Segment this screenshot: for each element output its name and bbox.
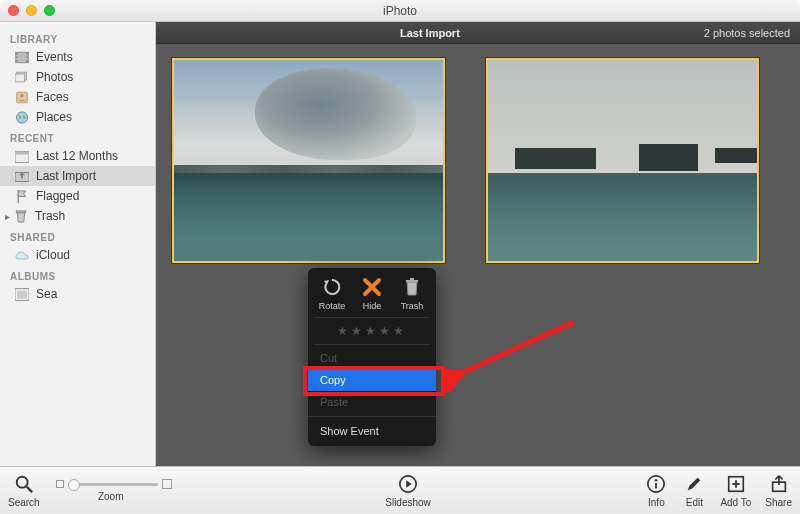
sidebar-section-recent: RECENT bbox=[0, 127, 155, 146]
toolbar-label: Zoom bbox=[98, 491, 124, 502]
add-to-button[interactable]: Add To bbox=[720, 473, 751, 508]
sidebar-item-album-sea[interactable]: Sea bbox=[0, 284, 155, 304]
sidebar-item-last-import[interactable]: Last Import bbox=[0, 166, 155, 186]
photo-thumbnail[interactable] bbox=[172, 58, 445, 263]
toolbar-label: Share bbox=[765, 497, 792, 508]
info-icon bbox=[644, 473, 668, 495]
sidebar-item-label: Faces bbox=[36, 90, 69, 104]
plus-square-icon bbox=[724, 473, 748, 495]
zoom-slider-knob[interactable] bbox=[68, 479, 80, 491]
svg-point-11 bbox=[16, 111, 27, 122]
sidebar-item-label: Sea bbox=[36, 287, 57, 301]
context-menu-paste[interactable]: Paste bbox=[308, 391, 436, 413]
svg-rect-19 bbox=[406, 280, 418, 282]
album-icon bbox=[14, 288, 30, 301]
info-button[interactable]: Info bbox=[644, 473, 668, 508]
rating-stars[interactable]: ★★★★★ bbox=[314, 317, 430, 345]
minimize-window-button[interactable] bbox=[26, 5, 37, 16]
sidebar-item-trash[interactable]: ▸ Trash bbox=[0, 206, 155, 226]
svg-rect-3 bbox=[16, 60, 18, 62]
disclosure-icon[interactable]: ▸ bbox=[5, 211, 10, 222]
context-rotate-button[interactable]: Rotate bbox=[314, 276, 350, 311]
svg-rect-6 bbox=[26, 60, 28, 62]
svg-rect-4 bbox=[26, 53, 28, 55]
context-trash-button[interactable]: Trash bbox=[394, 276, 430, 311]
titlebar: iPhoto bbox=[0, 0, 800, 22]
annotation-arrow bbox=[444, 312, 594, 392]
menu-separator bbox=[308, 416, 436, 417]
toolbar-label: Search bbox=[8, 497, 40, 508]
sidebar-item-label: Flagged bbox=[36, 189, 79, 203]
context-menu-show-event[interactable]: Show Event bbox=[308, 420, 436, 442]
sidebar-item-icloud[interactable]: iCloud bbox=[0, 245, 155, 265]
content-title: Last Import bbox=[156, 27, 704, 39]
sidebar-item-places[interactable]: Places bbox=[0, 107, 155, 127]
context-button-label: Trash bbox=[401, 301, 424, 311]
pencil-icon bbox=[682, 473, 706, 495]
stack-icon bbox=[14, 71, 30, 84]
svg-rect-8 bbox=[15, 74, 25, 82]
svg-rect-1 bbox=[16, 53, 18, 55]
sidebar-item-flagged[interactable]: Flagged bbox=[0, 186, 155, 206]
cloud-icon bbox=[14, 249, 30, 262]
sidebar-item-label: Last Import bbox=[36, 169, 96, 183]
context-menu: Rotate Hide Trash ★★★★★ Cut Copy bbox=[308, 268, 436, 446]
fullscreen-window-button[interactable] bbox=[44, 5, 55, 16]
x-icon bbox=[361, 276, 383, 298]
svg-rect-27 bbox=[655, 483, 657, 488]
toolbar-label: Slideshow bbox=[385, 497, 431, 508]
svg-rect-5 bbox=[26, 56, 28, 58]
toolbar-label: Edit bbox=[686, 497, 703, 508]
sidebar-item-photos[interactable]: Photos bbox=[0, 67, 155, 87]
svg-line-23 bbox=[27, 487, 32, 492]
sidebar-item-label: Events bbox=[36, 50, 73, 64]
zoom-control[interactable]: Zoom bbox=[50, 479, 172, 502]
play-icon bbox=[396, 473, 420, 495]
context-menu-cut[interactable]: Cut bbox=[308, 347, 436, 369]
zoom-in-icon[interactable] bbox=[162, 479, 172, 489]
sidebar-item-label: Trash bbox=[35, 209, 65, 223]
trash-icon bbox=[13, 210, 29, 223]
content-header: Last Import 2 photos selected bbox=[156, 22, 800, 44]
calendar-icon bbox=[14, 150, 30, 163]
flag-icon bbox=[14, 190, 30, 203]
search-button[interactable]: Search bbox=[8, 473, 40, 508]
edit-button[interactable]: Edit bbox=[682, 473, 706, 508]
sidebar-item-label: Places bbox=[36, 110, 72, 124]
svg-point-22 bbox=[17, 477, 28, 488]
film-icon bbox=[14, 51, 30, 64]
zoom-out-icon[interactable] bbox=[56, 480, 64, 488]
app-title: iPhoto bbox=[0, 4, 800, 18]
globe-icon bbox=[14, 111, 30, 124]
zoom-slider-track[interactable] bbox=[68, 483, 158, 486]
sidebar: LIBRARY Events Photos Faces Places RECEN… bbox=[0, 22, 156, 466]
sidebar-section-albums: ALBUMS bbox=[0, 265, 155, 284]
svg-rect-13 bbox=[15, 151, 29, 154]
sidebar-item-events[interactable]: Events bbox=[0, 47, 155, 67]
search-icon bbox=[12, 473, 36, 495]
face-icon bbox=[14, 91, 30, 104]
rotate-icon bbox=[321, 276, 343, 298]
context-button-label: Hide bbox=[363, 301, 382, 311]
svg-rect-20 bbox=[410, 278, 414, 280]
import-icon bbox=[14, 170, 30, 183]
photo-thumbnail[interactable] bbox=[486, 58, 759, 263]
traffic-lights bbox=[8, 5, 55, 16]
context-hide-button[interactable]: Hide bbox=[354, 276, 390, 311]
svg-rect-18 bbox=[17, 290, 27, 298]
share-button[interactable]: Share bbox=[765, 473, 792, 508]
sidebar-item-faces[interactable]: Faces bbox=[0, 87, 155, 107]
context-menu-copy[interactable]: Copy bbox=[308, 369, 436, 391]
slideshow-button[interactable]: Slideshow bbox=[385, 473, 431, 508]
bottom-toolbar: Search Zoom Slideshow Info Edit bbox=[0, 466, 800, 514]
share-icon bbox=[767, 473, 791, 495]
trash-icon bbox=[401, 276, 423, 298]
svg-rect-16 bbox=[16, 210, 25, 212]
window: iPhoto LIBRARY Events Photos Faces Place… bbox=[0, 0, 800, 514]
sidebar-section-library: LIBRARY bbox=[0, 28, 155, 47]
close-window-button[interactable] bbox=[8, 5, 19, 16]
sidebar-item-last-12-months[interactable]: Last 12 Months bbox=[0, 146, 155, 166]
svg-point-26 bbox=[655, 479, 658, 482]
photo-grid[interactable]: Rotate Hide Trash ★★★★★ Cut Copy bbox=[156, 44, 800, 466]
sidebar-item-label: Last 12 Months bbox=[36, 149, 118, 163]
